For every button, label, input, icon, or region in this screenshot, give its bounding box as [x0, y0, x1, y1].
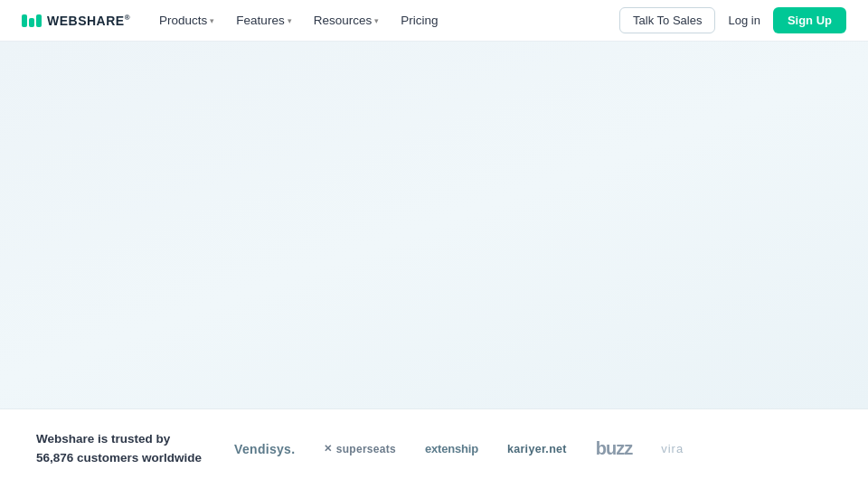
chevron-down-icon: ▾ [374, 16, 379, 25]
nav-features[interactable]: Features ▾ [227, 8, 300, 33]
brand-extenship: extenship [425, 442, 478, 455]
superseats-icon: ✕ [324, 443, 332, 455]
brand-vira: vira [661, 442, 684, 455]
logo-bar-2 [29, 18, 34, 27]
brand-logos: Vendisys. ✕ superseats extenship kariyer… [234, 438, 832, 459]
logo[interactable]: WEBSHARE® [22, 14, 130, 28]
logo-text: WEBSHARE® [47, 14, 130, 28]
login-button[interactable]: Log in [719, 8, 769, 33]
brand-vendisys: Vendisys. [234, 442, 295, 456]
talk-to-sales-button[interactable]: Talk To Sales [619, 7, 715, 33]
navbar: WEBSHARE® Products ▾ Features ▾ Resource… [0, 0, 868, 42]
brand-buzz: buzz [596, 438, 632, 459]
chevron-down-icon: ▾ [288, 16, 292, 25]
trusted-text: Webshare is trusted by 56,876 customers … [36, 430, 202, 467]
signup-button[interactable]: Sign Up [773, 7, 846, 33]
main-content [0, 42, 868, 408]
brand-superseats: ✕ superseats [324, 443, 396, 455]
logo-bar-3 [36, 14, 42, 27]
footer-strip: Webshare is trusted by 56,876 customers … [0, 408, 868, 488]
logo-icon [22, 14, 42, 27]
logo-bar-1 [22, 14, 27, 27]
nav-products[interactable]: Products ▾ [150, 8, 223, 33]
nav-pricing[interactable]: Pricing [392, 8, 447, 33]
nav-resources[interactable]: Resources ▾ [305, 8, 389, 33]
brand-kariyer: kariyer.net [507, 443, 567, 455]
chevron-down-icon: ▾ [210, 16, 214, 25]
